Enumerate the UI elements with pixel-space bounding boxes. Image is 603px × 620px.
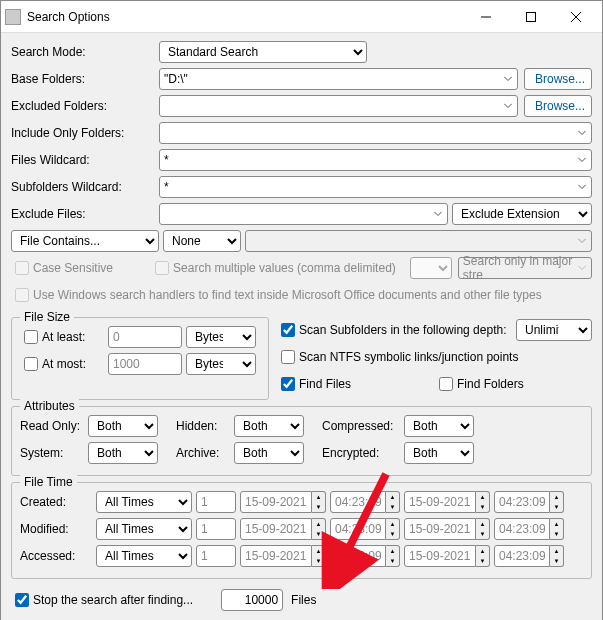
find-folders-checkbox[interactable]: Find Folders (435, 374, 524, 394)
app-icon (5, 9, 21, 25)
system-select[interactable]: Both (88, 442, 158, 464)
exclude-files-input[interactable] (159, 203, 448, 225)
created-label: Created: (20, 495, 92, 509)
stop-after-checkbox[interactable]: Stop the search after finding... (11, 590, 193, 610)
accessed-time-to[interactable]: ▲▼ (494, 545, 564, 567)
readonly-label: Read Only: (20, 419, 82, 433)
at-least-unit-select[interactable]: Bytes (186, 326, 256, 348)
chevron-down-icon (578, 266, 586, 271)
file-size-legend: File Size (20, 310, 74, 324)
created-date-from[interactable]: ▲▼ (240, 491, 326, 513)
scan-subfolders-checkbox[interactable]: Scan Subfolders in the following depth: (277, 320, 506, 340)
accessed-date-to[interactable]: ▲▼ (404, 545, 490, 567)
base-folders-value: "D:\" (164, 72, 188, 86)
file-time-legend: File Time (20, 475, 77, 489)
files-wildcard-input[interactable]: * (159, 149, 592, 171)
files-wildcard-label: Files Wildcard: (11, 153, 159, 167)
file-contains-mode-select[interactable]: None (163, 230, 241, 252)
depth-select[interactable]: Unlimited (516, 319, 592, 341)
svg-rect-1 (526, 12, 535, 21)
hidden-label: Hidden: (176, 419, 228, 433)
archive-label: Archive: (176, 446, 228, 460)
at-most-input[interactable] (108, 353, 182, 375)
excluded-folders-label: Excluded Folders: (11, 99, 159, 113)
stop-files-label: Files (291, 593, 316, 607)
created-count[interactable] (196, 491, 236, 513)
created-mode-select[interactable]: All Times (96, 491, 192, 513)
include-only-label: Include Only Folders: (11, 126, 159, 140)
subfolders-wildcard-label: Subfolders Wildcard: (11, 180, 159, 194)
accessed-time-from[interactable]: ▲▼ (330, 545, 400, 567)
chevron-down-icon (504, 77, 512, 82)
modified-mode-select[interactable]: All Times (96, 518, 192, 540)
at-most-unit-select[interactable]: Bytes (186, 353, 256, 375)
exclude-files-label: Exclude Files: (11, 207, 159, 221)
system-label: System: (20, 446, 82, 460)
compressed-select[interactable]: Both (404, 415, 474, 437)
multi-values-checkbox[interactable]: Search multiple values (comma delimited) (151, 258, 396, 278)
file-contains-select[interactable]: File Contains... (11, 230, 159, 252)
chevron-down-icon (504, 104, 512, 109)
maximize-button[interactable] (508, 2, 553, 32)
search-mode-select[interactable]: Standard Search (159, 41, 367, 63)
case-sensitive-checkbox[interactable]: Case Sensitive (11, 258, 113, 278)
include-only-input[interactable] (159, 122, 592, 144)
exclude-extensions-select[interactable]: Exclude Extensions List (452, 203, 592, 225)
major-streams-input[interactable]: Search only in major stre (458, 257, 592, 279)
modified-date-to[interactable]: ▲▼ (404, 518, 490, 540)
stop-count-input[interactable] (221, 589, 283, 611)
modified-label: Modified: (20, 522, 92, 536)
accessed-mode-select[interactable]: All Times (96, 545, 192, 567)
window-title: Search Options (27, 10, 463, 24)
minimize-button[interactable] (463, 2, 508, 32)
modified-time-from[interactable]: ▲▼ (330, 518, 400, 540)
at-most-checkbox[interactable]: At most: (20, 354, 100, 374)
readonly-select[interactable]: Both (88, 415, 158, 437)
chevron-down-icon (578, 158, 586, 163)
titlebar: Search Options (1, 1, 602, 33)
close-window-button[interactable] (553, 2, 598, 32)
excluded-folders-input[interactable] (159, 95, 518, 117)
modified-count[interactable] (196, 518, 236, 540)
archive-select[interactable]: Both (234, 442, 304, 464)
hidden-select[interactable]: Both (234, 415, 304, 437)
modified-date-from[interactable]: ▲▼ (240, 518, 326, 540)
base-folders-input[interactable]: "D:\" (159, 68, 518, 90)
spin-down-icon[interactable]: ▼ (312, 502, 325, 512)
modified-time-to[interactable]: ▲▼ (494, 518, 564, 540)
browse-base-button[interactable]: Browse... (524, 68, 592, 90)
chevron-down-icon (578, 131, 586, 136)
browse-excluded-button[interactable]: Browse... (524, 95, 592, 117)
subfolders-wildcard-input[interactable]: * (159, 176, 592, 198)
or-select[interactable]: Or (410, 257, 452, 279)
chevron-down-icon (578, 239, 586, 244)
created-time-from[interactable]: ▲▼ (330, 491, 400, 513)
accessed-label: Accessed: (20, 549, 92, 563)
find-files-checkbox[interactable]: Find Files (277, 374, 427, 394)
base-folders-label: Base Folders: (11, 72, 159, 86)
at-least-input[interactable] (108, 326, 182, 348)
accessed-date-from[interactable]: ▲▼ (240, 545, 326, 567)
scan-ntfs-checkbox[interactable]: Scan NTFS symbolic links/junction points (277, 347, 518, 367)
encrypted-label: Encrypted: (322, 446, 398, 460)
created-date-to[interactable]: ▲▼ (404, 491, 490, 513)
chevron-down-icon (578, 185, 586, 190)
win-handlers-checkbox[interactable]: Use Windows search handlers to find text… (11, 285, 542, 305)
created-time-to[interactable]: ▲▼ (494, 491, 564, 513)
at-least-checkbox[interactable]: At least: (20, 327, 100, 347)
file-contains-value-input[interactable] (245, 230, 592, 252)
encrypted-select[interactable]: Both (404, 442, 474, 464)
accessed-count[interactable] (196, 545, 236, 567)
attributes-legend: Attributes (20, 399, 79, 413)
compressed-label: Compressed: (322, 419, 398, 433)
chevron-down-icon (434, 212, 442, 217)
search-mode-label: Search Mode: (11, 45, 159, 59)
spin-up-icon[interactable]: ▲ (312, 492, 325, 502)
